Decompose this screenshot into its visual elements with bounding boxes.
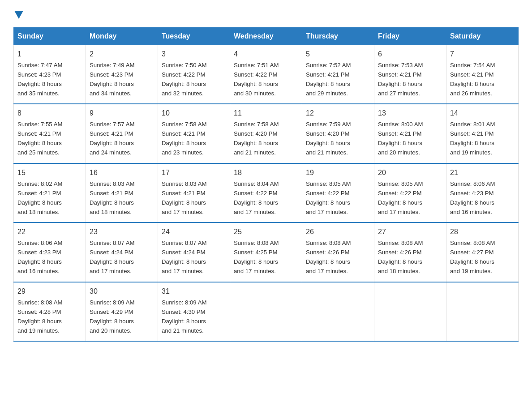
day-number: 26 — [306, 227, 370, 238]
day-number: 8 — [17, 108, 82, 119]
page-header — [13, 9, 519, 18]
day-info: Sunrise: 8:07 AMSunset: 4:24 PMDaylight:… — [90, 240, 134, 274]
day-info: Sunrise: 7:54 AMSunset: 4:21 PMDaylight:… — [450, 62, 495, 97]
calendar-cell — [374, 282, 446, 341]
calendar-cell: 3Sunrise: 7:50 AMSunset: 4:22 PMDaylight… — [158, 45, 230, 104]
day-info: Sunrise: 7:58 AMSunset: 4:20 PMDaylight:… — [234, 121, 279, 156]
day-number: 7 — [450, 49, 515, 60]
day-number: 30 — [90, 286, 154, 297]
week-row-1: 1Sunrise: 7:47 AMSunset: 4:23 PMDaylight… — [14, 45, 519, 104]
day-info: Sunrise: 7:51 AMSunset: 4:22 PMDaylight:… — [234, 62, 279, 97]
day-number: 5 — [306, 49, 370, 60]
day-number: 12 — [306, 108, 370, 119]
calendar-cell: 17Sunrise: 8:03 AMSunset: 4:21 PMDayligh… — [158, 163, 230, 223]
day-info: Sunrise: 8:08 AMSunset: 4:28 PMDaylight:… — [17, 299, 62, 334]
calendar-cell: 29Sunrise: 8:08 AMSunset: 4:28 PMDayligh… — [14, 282, 86, 341]
weekday-header-saturday: Saturday — [446, 28, 519, 45]
calendar-cell — [302, 282, 374, 341]
calendar-cell: 14Sunrise: 8:01 AMSunset: 4:21 PMDayligh… — [446, 104, 519, 163]
day-info: Sunrise: 8:03 AMSunset: 4:21 PMDaylight:… — [90, 180, 134, 215]
day-number: 15 — [17, 167, 82, 179]
day-info: Sunrise: 8:06 AMSunset: 4:23 PMDaylight:… — [450, 180, 495, 215]
weekday-header-wednesday: Wednesday — [230, 28, 302, 45]
day-number: 29 — [17, 286, 82, 297]
day-number: 13 — [378, 108, 442, 119]
calendar-cell: 19Sunrise: 8:05 AMSunset: 4:22 PMDayligh… — [302, 163, 374, 223]
day-info: Sunrise: 8:05 AMSunset: 4:22 PMDaylight:… — [378, 180, 423, 215]
day-number: 1 — [17, 49, 82, 60]
calendar-cell: 2Sunrise: 7:49 AMSunset: 4:23 PMDaylight… — [86, 45, 158, 104]
day-info: Sunrise: 7:59 AMSunset: 4:20 PMDaylight:… — [306, 121, 351, 156]
calendar-cell: 4Sunrise: 7:51 AMSunset: 4:22 PMDaylight… — [230, 45, 302, 104]
calendar-cell: 31Sunrise: 8:09 AMSunset: 4:30 PMDayligh… — [158, 282, 230, 341]
day-number: 31 — [162, 286, 226, 297]
logo-area — [13, 9, 23, 18]
weekday-header-thursday: Thursday — [302, 28, 374, 45]
weekday-header-monday: Monday — [86, 28, 158, 45]
calendar-cell: 1Sunrise: 7:47 AMSunset: 4:23 PMDaylight… — [14, 45, 86, 104]
day-number: 20 — [378, 167, 442, 179]
weekday-header-tuesday: Tuesday — [158, 28, 230, 45]
day-number: 23 — [90, 227, 154, 238]
calendar-cell: 6Sunrise: 7:53 AMSunset: 4:21 PMDaylight… — [374, 45, 446, 104]
day-info: Sunrise: 7:47 AMSunset: 4:23 PMDaylight:… — [17, 62, 62, 97]
day-info: Sunrise: 7:58 AMSunset: 4:21 PMDaylight:… — [162, 121, 206, 156]
calendar-cell: 26Sunrise: 8:08 AMSunset: 4:26 PMDayligh… — [302, 223, 374, 282]
day-info: Sunrise: 8:09 AMSunset: 4:29 PMDaylight:… — [90, 299, 134, 334]
day-info: Sunrise: 8:00 AMSunset: 4:21 PMDaylight:… — [378, 121, 423, 156]
day-number: 4 — [234, 49, 298, 60]
day-info: Sunrise: 7:55 AMSunset: 4:21 PMDaylight:… — [17, 121, 62, 156]
day-info: Sunrise: 8:08 AMSunset: 4:27 PMDaylight:… — [450, 240, 495, 274]
weekday-header-row: SundayMondayTuesdayWednesdayThursdayFrid… — [14, 28, 519, 45]
day-info: Sunrise: 7:52 AMSunset: 4:21 PMDaylight:… — [306, 62, 351, 97]
calendar-cell: 13Sunrise: 8:00 AMSunset: 4:21 PMDayligh… — [374, 104, 446, 163]
calendar-cell: 11Sunrise: 7:58 AMSunset: 4:20 PMDayligh… — [230, 104, 302, 163]
day-number: 24 — [162, 227, 226, 238]
day-info: Sunrise: 7:53 AMSunset: 4:21 PMDaylight:… — [378, 62, 423, 97]
day-number: 22 — [17, 227, 82, 238]
day-number: 16 — [90, 167, 154, 179]
calendar-cell: 5Sunrise: 7:52 AMSunset: 4:21 PMDaylight… — [302, 45, 374, 104]
day-number: 2 — [90, 49, 154, 60]
day-info: Sunrise: 8:08 AMSunset: 4:25 PMDaylight:… — [234, 240, 279, 274]
day-info: Sunrise: 8:01 AMSunset: 4:21 PMDaylight:… — [450, 121, 495, 156]
day-number: 18 — [234, 167, 298, 179]
day-number: 25 — [234, 227, 298, 238]
day-number: 27 — [378, 227, 442, 238]
calendar-cell: 28Sunrise: 8:08 AMSunset: 4:27 PMDayligh… — [446, 223, 519, 282]
calendar-cell: 21Sunrise: 8:06 AMSunset: 4:23 PMDayligh… — [446, 163, 519, 223]
calendar-cell: 9Sunrise: 7:57 AMSunset: 4:21 PMDaylight… — [86, 104, 158, 163]
day-info: Sunrise: 8:05 AMSunset: 4:22 PMDaylight:… — [306, 180, 351, 215]
day-info: Sunrise: 8:08 AMSunset: 4:26 PMDaylight:… — [378, 240, 423, 274]
week-row-4: 22Sunrise: 8:06 AMSunset: 4:23 PMDayligh… — [14, 223, 519, 282]
day-number: 28 — [450, 227, 515, 238]
calendar-cell — [230, 282, 302, 341]
weekday-header-sunday: Sunday — [14, 28, 86, 45]
weekday-header-friday: Friday — [374, 28, 446, 45]
day-info: Sunrise: 7:57 AMSunset: 4:21 PMDaylight:… — [90, 121, 134, 156]
calendar-cell — [446, 282, 519, 341]
day-number: 21 — [450, 167, 515, 179]
day-info: Sunrise: 8:09 AMSunset: 4:30 PMDaylight:… — [162, 299, 206, 334]
day-number: 19 — [306, 167, 370, 179]
day-number: 10 — [162, 108, 226, 119]
day-number: 14 — [450, 108, 515, 119]
day-info: Sunrise: 8:08 AMSunset: 4:26 PMDaylight:… — [306, 240, 351, 274]
calendar-cell: 20Sunrise: 8:05 AMSunset: 4:22 PMDayligh… — [374, 163, 446, 223]
week-row-5: 29Sunrise: 8:08 AMSunset: 4:28 PMDayligh… — [14, 282, 519, 341]
calendar-cell: 23Sunrise: 8:07 AMSunset: 4:24 PMDayligh… — [86, 223, 158, 282]
week-row-2: 8Sunrise: 7:55 AMSunset: 4:21 PMDaylight… — [14, 104, 519, 163]
day-info: Sunrise: 7:49 AMSunset: 4:23 PMDaylight:… — [90, 62, 134, 97]
calendar-cell: 22Sunrise: 8:06 AMSunset: 4:23 PMDayligh… — [14, 223, 86, 282]
calendar-cell: 8Sunrise: 7:55 AMSunset: 4:21 PMDaylight… — [14, 104, 86, 163]
week-row-3: 15Sunrise: 8:02 AMSunset: 4:21 PMDayligh… — [14, 163, 519, 223]
day-info: Sunrise: 8:04 AMSunset: 4:22 PMDaylight:… — [234, 180, 279, 215]
calendar-cell: 25Sunrise: 8:08 AMSunset: 4:25 PMDayligh… — [230, 223, 302, 282]
day-info: Sunrise: 8:07 AMSunset: 4:24 PMDaylight:… — [162, 240, 206, 274]
calendar-cell: 30Sunrise: 8:09 AMSunset: 4:29 PMDayligh… — [86, 282, 158, 341]
calendar-cell: 7Sunrise: 7:54 AMSunset: 4:21 PMDaylight… — [446, 45, 519, 104]
day-number: 17 — [162, 167, 226, 179]
calendar-cell: 10Sunrise: 7:58 AMSunset: 4:21 PMDayligh… — [158, 104, 230, 163]
day-number: 3 — [162, 49, 226, 60]
calendar-cell: 27Sunrise: 8:08 AMSunset: 4:26 PMDayligh… — [374, 223, 446, 282]
